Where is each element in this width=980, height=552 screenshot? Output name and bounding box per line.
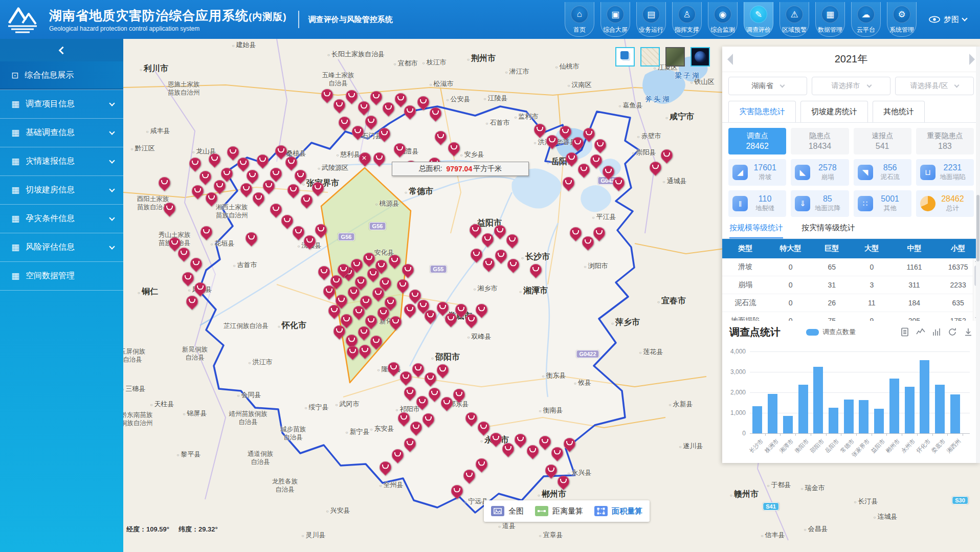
data-view-icon[interactable]: [900, 327, 909, 337]
sidebar-item-基础调查信息[interactable]: ▦基础调查信息: [0, 119, 123, 147]
chart-bar[interactable]: [783, 416, 793, 433]
app-header: 湖南省地质灾害防治综合应用系统(内测版) Geological hazard p…: [0, 0, 980, 39]
y-axis-label: 0: [723, 430, 746, 437]
sidebar-item-综合信息展示[interactable]: ⊡综合信息展示: [0, 61, 123, 90]
panel-scrollbar[interactable]: [976, 47, 980, 463]
road-badge: G56: [338, 233, 355, 241]
stat-card-value: 183: [938, 142, 952, 151]
nav-label: 综合监测: [710, 26, 735, 34]
sidebar-item-孕灾条件信息[interactable]: ▦孕灾条件信息: [0, 205, 123, 233]
chart-bar[interactable]: [829, 408, 838, 433]
stat-card-重要隐患点[interactable]: 重要隐患点183: [916, 128, 974, 154]
chart-bar[interactable]: [813, 367, 823, 433]
hazard-tile-滑坡[interactable]: ◢17601滑坡: [728, 159, 786, 186]
hazard-tile-泥石流[interactable]: ◥856泥石流: [854, 159, 911, 186]
nav-item-区域预警[interactable]: ⚠区域预警: [779, 2, 809, 37]
map-label: 攸县: [574, 379, 591, 387]
map-tool-面积量算[interactable]: 面积量算: [594, 506, 642, 516]
sidebar-item-灾情速报信息[interactable]: ▦灾情速报信息: [0, 147, 123, 176]
table-cell: 9: [851, 317, 893, 321]
map-label: 芷江侗族自治县: [224, 322, 269, 330]
user-menu[interactable]: 梦图: [924, 15, 980, 25]
nav-item-业务运行[interactable]: ▤业务运行: [636, 2, 666, 37]
table-header-cell: 小型: [936, 244, 980, 253]
layers-button[interactable]: [615, 47, 635, 67]
panel-scrollbar-thumb[interactable]: [976, 195, 979, 261]
map-tool-label: 面积量算: [612, 506, 642, 516]
chart-legend[interactable]: 调查点数量: [806, 327, 856, 337]
line-chart-icon[interactable]: [916, 327, 925, 337]
nav-item-指挥支撑[interactable]: ♙指挥支撑: [672, 2, 702, 37]
chart-bar[interactable]: [768, 394, 777, 433]
grid-line: [750, 351, 970, 352]
chevron-down-icon: [109, 158, 115, 163]
chart-bar[interactable]: [752, 406, 762, 433]
stat-card-value: 28462: [746, 142, 769, 151]
download-icon[interactable]: [964, 327, 973, 337]
chart-bar[interactable]: [798, 385, 808, 433]
sidebar-item-调查项目信息[interactable]: ▦调查项目信息: [0, 90, 123, 119]
chart-bar[interactable]: [859, 400, 868, 433]
chart-bar[interactable]: [874, 409, 884, 433]
map-label: 咸丰县: [146, 127, 170, 135]
stat-card-value: 541: [876, 142, 889, 151]
hazard-tile-其他[interactable]: ∷5001其他: [854, 190, 911, 217]
stat-card-隐患点[interactable]: 隐患点18434: [791, 128, 849, 154]
chart-bar[interactable]: [935, 385, 945, 433]
nav-item-系统管理[interactable]: ⚙系统管理: [887, 2, 917, 37]
hazard-tile-崩塌[interactable]: ◣2578崩塌: [791, 159, 849, 186]
hazard-tile-地面沉降[interactable]: ⇓85地面沉降: [791, 190, 849, 217]
hazard-tile-value: 5001: [873, 194, 907, 204]
table-icon: ▦: [11, 156, 19, 167]
map-label: 汉南区: [568, 81, 592, 89]
previous-year-arrow[interactable]: [727, 54, 733, 65]
stat-card-调查点[interactable]: 调查点28462: [728, 128, 786, 154]
subtab-按灾情等级统计[interactable]: 按灾情等级统计: [801, 223, 855, 238]
map-label: 龙胜各族 自治县: [272, 478, 298, 494]
next-year-arrow[interactable]: [969, 54, 975, 65]
nav-label: 调查评价: [746, 26, 771, 34]
sidebar-item-风险评估信息[interactable]: ▦风险评估信息: [0, 233, 123, 262]
earth-basemap-button[interactable]: [691, 47, 710, 67]
sidebar-collapse-button[interactable]: [0, 39, 123, 61]
nav-item-首页[interactable]: ⌂首页: [565, 2, 594, 37]
tab-切坡建房统计[interactable]: 切坡建房统计: [800, 101, 868, 122]
street-basemap-button[interactable]: [640, 47, 660, 67]
stat-card-速报点[interactable]: 速报点541: [854, 128, 911, 154]
region-select-2[interactable]: 请选择县/区: [895, 77, 974, 95]
subtab-按规模等级统计[interactable]: 按规模等级统计: [729, 223, 783, 238]
hazard-type-tiles: ◢17601滑坡◣2578崩塌◥856泥石流⊔2231地面塌陷‖110地裂缝⇓8…: [722, 154, 980, 217]
nav-item-综合大屏[interactable]: ▣综合大屏: [600, 2, 630, 37]
map-label: 连城县: [874, 513, 898, 521]
tab-其他统计[interactable]: 其他统计: [873, 101, 925, 122]
region-select-1[interactable]: 请选择市: [812, 77, 890, 95]
nav-item-云平台[interactable]: ☁云平台: [851, 2, 881, 37]
sidebar-item-空间数据管理[interactable]: ▦空间数据管理: [0, 262, 123, 291]
refresh-icon[interactable]: [948, 327, 957, 337]
hazard-tile-地裂缝[interactable]: ‖110地裂缝: [728, 190, 786, 217]
map-label: 黔江区: [131, 144, 155, 152]
region-filters: 湖南省请选择市请选择县/区: [722, 72, 980, 100]
table-cell: 1161: [893, 263, 937, 271]
chart-bar[interactable]: [844, 400, 854, 433]
map-label: 东安县: [370, 425, 394, 433]
nav-item-综合监测[interactable]: ◉综合监测: [708, 2, 738, 37]
hazard-tile-总计[interactable]: 28462总计: [916, 190, 974, 217]
chart-bar[interactable]: [889, 379, 899, 433]
map-tool-全图[interactable]: 全图: [491, 506, 524, 516]
region-select-0[interactable]: 湖南省: [728, 77, 807, 95]
table-cell: 3: [851, 281, 893, 289]
hazard-tile-地面塌陷[interactable]: ⊔2231地面塌陷: [916, 159, 974, 186]
chart-bar[interactable]: [950, 394, 960, 433]
satellite-basemap-button[interactable]: [665, 47, 685, 67]
chart-bar[interactable]: [920, 360, 929, 433]
nav-item-调查评价[interactable]: ✎调查评价: [744, 2, 773, 37]
bar-chart-icon[interactable]: [932, 327, 941, 337]
nav-item-数据管理[interactable]: ▦数据管理: [815, 2, 845, 37]
map-canvas[interactable]: 利川市建始县长阳土家族自治县五峰土家族 自治县宜都市枝江市荆州市松滋市公安县江陵…: [123, 39, 980, 552]
chart-bar[interactable]: [905, 387, 915, 433]
stat-card-label: 调查点: [747, 131, 768, 141]
sidebar-item-切坡建房信息[interactable]: ▦切坡建房信息: [0, 176, 123, 205]
map-tool-距离量算[interactable]: 距离量算: [535, 506, 583, 516]
tab-灾害隐患统计[interactable]: 灾害隐患统计: [728, 101, 796, 122]
